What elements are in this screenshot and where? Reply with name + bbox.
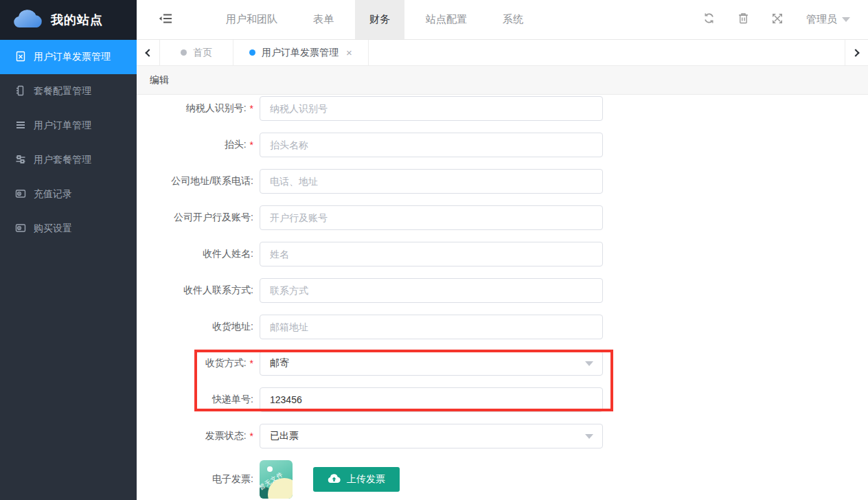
recipient-contact-input[interactable] bbox=[260, 278, 603, 303]
taxpayer-id-input[interactable] bbox=[260, 96, 603, 121]
tab-invoice-management[interactable]: 用户订单发票管理 × bbox=[233, 40, 369, 65]
sidebar-item-purchase-settings[interactable]: 购买设置 bbox=[0, 212, 137, 246]
form-row-taxpayer-id: 纳税人识别号: * bbox=[137, 96, 868, 121]
field-label: 收件人联系方式: * bbox=[137, 278, 253, 303]
field-label: 公司开户行及账号: * bbox=[137, 205, 253, 230]
sidebar-item-label: 用户套餐管理 bbox=[34, 154, 91, 166]
nav-label: 财务 bbox=[369, 13, 390, 26]
tab-dot-icon bbox=[249, 49, 255, 56]
shipping-address-input[interactable] bbox=[260, 315, 603, 339]
main-area: 用户和团队 表单 财务 站点配置 系统 bbox=[137, 0, 868, 500]
upload-invoice-button[interactable]: 上传发票 bbox=[313, 467, 400, 492]
company-address-phone-input[interactable] bbox=[260, 169, 603, 194]
form-row-shipping-address: 收货地址: * bbox=[137, 315, 868, 339]
tracking-number-input[interactable] bbox=[260, 387, 603, 412]
form-row-company-bank-account: 公司开户行及账号: * bbox=[137, 205, 868, 230]
upload-button-label: 上传发票 bbox=[347, 473, 385, 486]
field-label: 收货方式: * bbox=[137, 351, 253, 376]
invoice-doc-icon bbox=[15, 51, 26, 64]
nav-item-finance[interactable]: 财务 bbox=[355, 0, 404, 39]
order-list-icon bbox=[15, 120, 26, 133]
nav-item-forms[interactable]: 表单 bbox=[299, 0, 348, 39]
site-name: 我的站点 bbox=[51, 12, 103, 28]
form-row-recipient-name: 收件人姓名: * bbox=[137, 242, 868, 266]
field-label: 发票状态: * bbox=[137, 424, 253, 448]
required-asterisk: * bbox=[250, 431, 253, 442]
required-asterisk: * bbox=[250, 139, 253, 150]
sidebar-item-recharge-record[interactable]: 充值记录 bbox=[0, 177, 137, 212]
recipient-name-input[interactable] bbox=[260, 242, 603, 266]
field-label: 收货地址: * bbox=[137, 315, 253, 339]
edit-label[interactable]: 编辑 bbox=[150, 74, 169, 87]
field-label: 抬头: * bbox=[137, 133, 253, 157]
sidebar-item-package-config[interactable]: 套餐配置管理 bbox=[0, 74, 137, 109]
form-row-tracking-number: 快递单号: * bbox=[137, 387, 868, 412]
trash-icon bbox=[738, 12, 749, 27]
tab-label: 用户订单发票管理 bbox=[262, 47, 339, 59]
nav-item-users-teams[interactable]: 用户和团队 bbox=[212, 0, 292, 39]
delete-button[interactable] bbox=[738, 12, 749, 27]
tabs-scroll-right-button[interactable] bbox=[845, 40, 868, 65]
selected-value: 邮寄 bbox=[270, 357, 289, 370]
refresh-button[interactable] bbox=[703, 12, 715, 27]
sidebar-item-label: 购买设置 bbox=[34, 223, 72, 235]
sidebar-item-invoice-management[interactable]: 用户订单发票管理 bbox=[0, 40, 137, 74]
close-icon[interactable]: × bbox=[346, 47, 352, 58]
nav-label: 表单 bbox=[313, 13, 334, 26]
app-window: 我的站点 用户订单发票管理 套餐配置管理 bbox=[0, 0, 868, 500]
cloud-logo-icon bbox=[12, 8, 44, 32]
required-asterisk: * bbox=[250, 103, 253, 114]
tab-bar: 首页 用户订单发票管理 × bbox=[137, 40, 868, 66]
invoice-title-input[interactable] bbox=[260, 133, 603, 157]
nav-item-system[interactable]: 系统 bbox=[488, 0, 538, 39]
top-header: 用户和团队 表单 财务 站点配置 系统 bbox=[137, 0, 868, 40]
thumbnail-decor-dot bbox=[267, 466, 273, 472]
sidebar-item-user-package[interactable]: 用户套餐管理 bbox=[0, 143, 137, 177]
required-asterisk: * bbox=[250, 358, 253, 369]
form-row-invoice-status: 发票状态: * 已出票 bbox=[137, 424, 868, 448]
tabs-scroll-left-button[interactable] bbox=[137, 40, 160, 65]
header-actions: 管理员 bbox=[703, 0, 868, 39]
form-row-company-address-phone: 公司地址/联系电话: * bbox=[137, 169, 868, 194]
sidebar-item-label: 套餐配置管理 bbox=[34, 85, 91, 98]
top-nav: 用户和团队 表单 财务 站点配置 系统 bbox=[208, 0, 541, 39]
fullscreen-button[interactable] bbox=[772, 13, 783, 27]
tab-dot-icon bbox=[181, 49, 187, 56]
field-label: 收件人姓名: * bbox=[137, 242, 253, 266]
chevron-right-icon bbox=[852, 49, 859, 56]
chevron-down-icon bbox=[842, 17, 850, 22]
user-package-icon bbox=[15, 154, 26, 167]
cloud-upload-icon bbox=[328, 473, 341, 486]
site-logo: 我的站点 bbox=[0, 0, 137, 40]
package-config-icon bbox=[15, 85, 26, 98]
form-row-delivery-method: 收货方式: * 邮寄 bbox=[137, 351, 868, 376]
nav-item-site-config[interactable]: 站点配置 bbox=[411, 0, 481, 39]
admin-dropdown[interactable]: 管理员 bbox=[806, 13, 850, 26]
select-caret-icon bbox=[585, 361, 593, 366]
tab-home[interactable]: 首页 bbox=[160, 40, 233, 65]
collapse-menu-icon bbox=[159, 13, 172, 27]
sidebar-item-order-management[interactable]: 用户订单管理 bbox=[0, 109, 137, 143]
nav-label: 用户和团队 bbox=[226, 13, 277, 26]
tab-label: 首页 bbox=[193, 47, 212, 59]
fullscreen-icon bbox=[772, 13, 783, 27]
field-label: 快递单号: * bbox=[137, 387, 253, 412]
edit-toolbar: 编辑 bbox=[137, 66, 868, 95]
admin-label: 管理员 bbox=[806, 13, 837, 26]
form-row-e-invoice: 电子发票: * 暂无文件 bbox=[137, 460, 868, 499]
sidebar-collapse-button[interactable] bbox=[146, 0, 185, 39]
e-invoice-thumbnail[interactable]: 暂无文件 bbox=[260, 460, 293, 499]
select-caret-icon bbox=[585, 434, 593, 439]
field-label: 纳税人识别号: * bbox=[137, 96, 253, 121]
sidebar-item-label: 用户订单发票管理 bbox=[34, 51, 111, 63]
field-label: 公司地址/联系电话: * bbox=[137, 169, 253, 194]
form-row-recipient-contact: 收件人联系方式: * bbox=[137, 278, 868, 303]
company-bank-account-input[interactable] bbox=[260, 205, 603, 230]
delivery-method-select[interactable]: 邮寄 bbox=[260, 351, 603, 376]
sidebar-item-label: 充值记录 bbox=[34, 188, 72, 201]
form-content: 纳税人识别号: * 抬头: * 公司地址/联系电话: bbox=[137, 95, 868, 500]
chevron-left-icon bbox=[145, 49, 152, 56]
recharge-record-icon bbox=[15, 188, 26, 201]
invoice-status-select[interactable]: 已出票 bbox=[260, 424, 603, 448]
sidebar-item-label: 用户订单管理 bbox=[34, 120, 91, 132]
